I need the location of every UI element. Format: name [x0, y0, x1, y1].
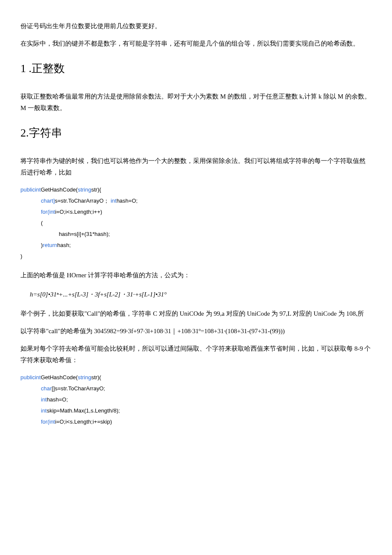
- code-text: s=str.ToCharArrayO；: [55, 198, 110, 204]
- code-keyword: publicint: [20, 374, 41, 381]
- paragraph-skip-intro: 如果对每个字符去哈希值可能会比较耗时，所以可以通过间隔取、个字符来获取哈西值来节…: [20, 343, 372, 366]
- code-text: hash=O;: [116, 198, 138, 204]
- heading-section-2: 2.字符串: [20, 123, 372, 143]
- paragraph-intro-2: 在实际中，我们的键并不都是数字，有可能是字符串，还有可能是几个值的组合等，所以我…: [20, 38, 372, 49]
- code-text: str){: [91, 186, 101, 193]
- heading-section-1: 1 .正整数: [20, 59, 372, 79]
- code-keyword: return: [43, 242, 57, 248]
- code-text: GetHashCode(: [41, 374, 78, 381]
- code-keyword: publicint: [20, 186, 41, 193]
- paragraph-example-2: 以字符串"call"的哈希值为 3045982=99·3f+97·3l+108·…: [20, 325, 372, 337]
- code-block-1: publicintGetHashCode(stringstr){ chart]s…: [20, 184, 372, 262]
- code-text: i=O;i<s.Length;i+=skip): [55, 418, 112, 425]
- code-keyword: for(int: [41, 209, 55, 215]
- code-keyword: for(int: [41, 418, 55, 425]
- code-keyword: int: [41, 407, 47, 414]
- code-text: hash;: [57, 242, 71, 248]
- code-keyword: char: [41, 385, 52, 392]
- code-text: hash=O;: [47, 396, 68, 403]
- code-text: str)(: [91, 374, 101, 381]
- code-text: skip=Math.Max(1,s.Length/8);: [47, 407, 120, 414]
- code-keyword: string: [78, 374, 91, 381]
- code-text: ): [20, 253, 22, 259]
- paragraph-section-2-intro: 将字符串作为键的时候，我们也可以将他作为一个大的整数，采用保留除余法。我们可以将…: [20, 155, 372, 178]
- code-keyword: string: [78, 186, 91, 193]
- code-keyword: int: [111, 198, 117, 204]
- code-text: (: [41, 220, 43, 226]
- code-text: hash=s[i]+(31*hash);: [59, 231, 110, 237]
- code-block-2: publicintGetHashCode(stringstr)( char[]s…: [20, 372, 372, 427]
- code-text: i=O;i<s.Length;i++): [55, 209, 102, 215]
- code-keyword: int: [41, 396, 47, 403]
- formula-horner: h=s[0]•31ⁿ+...+s[L-3]・3f+s[L-2]・31·+s[L-…: [30, 289, 372, 300]
- code-keyword: chart]: [41, 198, 55, 204]
- code-text: GetHashCode(: [41, 186, 78, 193]
- paragraph-intro-1: 份证号码出生年月位数要比使用前几位数要更好。: [20, 20, 372, 32]
- code-text: []s=str.ToCharArrayO;: [52, 385, 105, 392]
- paragraph-example-1: 举个例子，比如要获取"Call"的哈希值，字符串 C 对应的 UniCOde 为…: [20, 308, 372, 320]
- paragraph-horner: 上面的哈希值是 HOrner 计算字符串哈希值的方法，公式为：: [20, 270, 372, 281]
- paragraph-section-1: 获取正整数哈希值最常用的方法是使用除留余数法。即对于大小为素数 M 的数组，对于…: [20, 91, 372, 114]
